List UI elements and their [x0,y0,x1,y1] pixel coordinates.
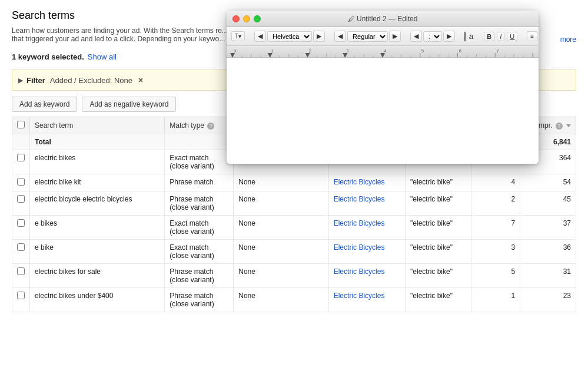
row-clicks: 3 [471,240,520,264]
table-row: electric bikes for sale Phrase match (cl… [12,264,576,288]
filter-close-button[interactable]: × [138,76,143,84]
toolbar-align-left-button[interactable]: ≡ [527,31,537,41]
toolbar-font-select[interactable]: Helvetica [267,31,312,42]
mac-ruler: 01234567 [227,46,539,58]
row-checkbox-6[interactable] [17,292,25,299]
mac-close-button[interactable] [232,15,240,22]
page-description: Learn how customers are finding your ad.… [12,27,235,43]
row-checkbox-1[interactable] [17,178,25,186]
row-checkbox-2[interactable] [17,195,25,203]
row-search-term: e bike [30,240,165,264]
row-match-type: Exact match (close variant) [165,216,234,240]
toolbar-style-prev[interactable]: ◀ [334,31,346,42]
row-search-term: e bikes [30,216,165,240]
row-keyword: "electric bike" [406,240,471,264]
toolbar-italic-button[interactable]: I [497,32,504,41]
row-checkbox-cell[interactable] [12,150,30,174]
add-as-negative-keyword-button[interactable]: Add as negative keyword [82,97,176,112]
toolbar-size-group: ◀ 12 ▶ [410,31,455,42]
mac-window: 🖊 Untitled 2 — Edited T▾ ◀ Helvetica ▶ ◀ [227,11,539,164]
table-row: electric bike kit Phrase match None Elec… [12,174,576,191]
svg-marker-42 [268,53,273,58]
total-label: Total [30,134,165,150]
select-all-checkbox[interactable] [17,121,25,128]
row-ad-group[interactable]: Electric Bicycles [328,240,405,264]
row-ad-group[interactable]: Electric Bicycles [328,216,405,240]
row-added-excluded: None [234,264,328,288]
row-match-type: Phrase match (close variant) [165,191,234,216]
row-search-term: electric bikes [30,150,165,174]
impr-help-icon[interactable]: ? [556,123,563,130]
show-all-link[interactable]: Show all [88,52,117,61]
svg-marker-43 [305,53,310,58]
mac-toolbar: T▾ ◀ Helvetica ▶ ◀ Regular ▶ [227,27,539,46]
table-row: electric bicycle electric bicycles Phras… [12,191,576,216]
toolbar-size-select[interactable]: 12 [423,31,442,42]
toolbar-bold-button[interactable]: B [484,32,494,41]
toolbar-style-next[interactable]: ▶ [389,31,401,42]
svg-text:6: 6 [459,48,462,54]
svg-text:7: 7 [496,48,499,54]
toolbar-format-button[interactable]: T▾ [231,31,245,41]
toolbar-size-next[interactable]: ▶ [443,31,455,42]
toolbar-style-select[interactable]: Regular [347,31,388,42]
row-checkbox-cell[interactable] [12,264,30,288]
mac-window-title: 🖊 Untitled 2 — Edited [348,15,418,23]
row-search-term: electric bike kit [30,174,165,191]
row-checkbox-cell[interactable] [12,216,30,240]
row-impr: 36 [520,240,576,264]
table-row: e bike Exact match (close variant) None … [12,240,576,264]
row-checkbox-cell[interactable] [12,288,30,312]
match-type-help-icon[interactable]: ? [207,123,214,130]
row-checkbox-5[interactable] [17,267,25,275]
mac-traffic-lights [232,15,261,22]
row-added-excluded: None [234,240,328,264]
row-checkbox-4[interactable] [17,243,25,251]
mac-document-area[interactable] [227,58,539,164]
row-ad-group[interactable]: Electric Bicycles [328,264,405,288]
row-checkbox-0[interactable] [17,154,25,161]
select-all-header[interactable] [12,117,30,134]
filter-added-excluded-label: Added / Excluded: None [50,76,132,85]
row-added-excluded: None [234,174,328,191]
svg-marker-45 [380,53,385,58]
total-checkbox-cell [12,134,30,150]
row-match-type: Exact match (close variant) [165,240,234,264]
svg-text:3: 3 [346,48,349,54]
row-checkbox-3[interactable] [17,219,25,227]
row-ad-group[interactable]: Electric Bicycles [328,191,405,216]
row-search-term: electric bicycle electric bicycles [30,191,165,216]
mac-titlebar: 🖊 Untitled 2 — Edited [227,11,539,27]
row-impr: 31 [520,264,576,288]
svg-marker-41 [230,53,235,58]
row-clicks: 2 [471,191,520,216]
add-as-keyword-button[interactable]: Add as keyword [12,97,77,112]
more-link[interactable]: more [560,35,576,44]
table-row: e bikes Exact match (close variant) None… [12,216,576,240]
main-content: Search terms Learn how customers are fin… [0,0,588,322]
row-ad-group[interactable]: Electric Bicycles [328,288,405,312]
row-search-term: electric bikes under $400 [30,288,165,312]
svg-text:4: 4 [384,48,387,54]
mac-maximize-button[interactable] [254,15,261,22]
row-checkbox-cell[interactable] [12,174,30,191]
row-impr: 23 [520,288,576,312]
toolbar-font-next[interactable]: ▶ [313,31,325,42]
mac-minimize-button[interactable] [243,15,250,22]
row-added-excluded: None [234,191,328,216]
row-checkbox-cell[interactable] [12,240,30,264]
row-impr: 45 [520,191,576,216]
keyword-selected-text: 1 keyword selected. [12,52,84,61]
filter-label: Filter [26,76,45,85]
row-keyword: "electric bike" [406,216,471,240]
row-clicks: 4 [471,174,520,191]
toolbar-color-box[interactable] [464,32,466,41]
toolbar-text-a-icon[interactable]: a [468,32,474,41]
toolbar-size-prev[interactable]: ◀ [410,31,422,42]
toolbar-font-prev[interactable]: ◀ [254,31,266,42]
svg-marker-44 [343,53,347,58]
row-ad-group[interactable]: Electric Bicycles [328,174,405,191]
row-match-type: Phrase match (close variant) [165,264,234,288]
toolbar-underline-button[interactable]: U [507,32,517,41]
row-checkbox-cell[interactable] [12,191,30,216]
